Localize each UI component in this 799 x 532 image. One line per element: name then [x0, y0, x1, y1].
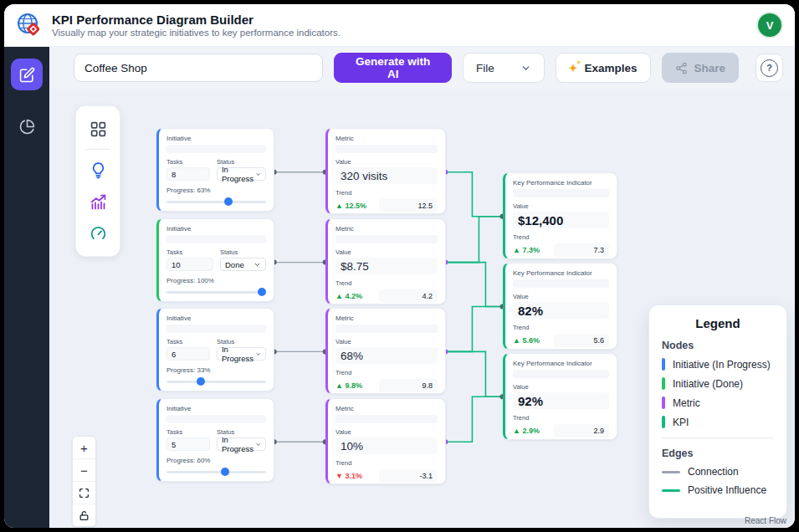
react-flow-attribution[interactable]: React Flow	[745, 516, 786, 525]
trend-value-input[interactable]: 5.6	[554, 334, 609, 347]
progress-slider[interactable]	[166, 288, 266, 296]
lock-icon	[79, 510, 90, 521]
fit-view-icon	[79, 488, 90, 499]
node-name-field[interactable]	[166, 415, 266, 423]
value-input[interactable]: 82%	[513, 302, 609, 319]
metric-node-3[interactable]: Metric Value 68% Trend ▲ 9.8% 9.8	[325, 308, 446, 394]
value-input[interactable]: 10%	[335, 437, 438, 454]
zoom-in-button[interactable]: +	[73, 437, 95, 459]
zoom-out-button[interactable]: −	[73, 459, 95, 482]
node-name-field[interactable]	[335, 325, 438, 333]
layout-grid-button[interactable]	[81, 113, 115, 145]
initiative-node-4[interactable]: Initiative Tasks 5 Status In Progress	[156, 398, 274, 482]
progress-slider[interactable]	[166, 197, 266, 206]
trend-percent: ▼ 3.1%	[335, 472, 362, 480]
status-select[interactable]: In Progress	[217, 347, 266, 361]
trend-value-input[interactable]: 12.5	[379, 199, 438, 212]
sidebar-item-charts[interactable]	[11, 110, 43, 142]
legend-item-label: Initiative (Done)	[673, 378, 743, 390]
help-button[interactable]: ?	[755, 54, 783, 82]
node-name-field[interactable]	[335, 235, 438, 243]
node-name-field[interactable]	[335, 145, 438, 153]
generate-with-ai-label: Generate with AI	[350, 55, 435, 80]
share-button[interactable]: Share	[662, 53, 740, 83]
value-input[interactable]: $12,400	[513, 212, 609, 228]
lightbulb-icon	[90, 161, 107, 179]
tasks-input[interactable]: 6	[166, 347, 210, 361]
add-kpi-button[interactable]	[81, 217, 115, 249]
generate-with-ai-button[interactable]: Generate with AI	[334, 53, 451, 83]
legend-item: Metric	[662, 396, 774, 409]
page-title: KPI Performance Diagram Builder	[52, 13, 341, 27]
trend-value-input[interactable]: 7.3	[554, 243, 609, 257]
tasks-input[interactable]: 5	[166, 437, 210, 451]
slider-track	[166, 201, 266, 203]
sidebar-item-editor[interactable]	[11, 59, 43, 90]
initiative-node-2[interactable]: Initiative Tasks 10 Status Done	[156, 218, 274, 302]
edit-icon	[19, 67, 35, 83]
page-subtitle: Visually map your strategic initiatives …	[52, 27, 341, 38]
progress-slider[interactable]	[166, 468, 266, 476]
kpi-node-3[interactable]: Key Performance Indicator Value 92% Tren…	[503, 353, 617, 440]
examples-button[interactable]: ✦ Examples	[556, 53, 651, 83]
trend-value-input[interactable]: -3.1	[379, 469, 438, 483]
user-avatar[interactable]: V	[758, 13, 781, 37]
add-metric-button[interactable]	[81, 186, 115, 217]
node-name-field[interactable]	[513, 189, 609, 197]
grid-icon	[90, 120, 107, 138]
trend-label: Trend	[513, 233, 609, 241]
trend-label: Trend	[335, 279, 438, 287]
add-initiative-button[interactable]	[81, 154, 115, 186]
slider-thumb[interactable]	[221, 468, 229, 476]
value-input[interactable]: $8.75	[335, 258, 438, 274]
node-type-label: Metric	[335, 405, 438, 412]
tasks-input[interactable]: 10	[166, 258, 213, 271]
slider-thumb[interactable]	[197, 377, 205, 386]
value-input[interactable]: 320 visits	[335, 167, 438, 184]
lock-button[interactable]	[73, 504, 95, 526]
status-label: Status	[220, 248, 266, 256]
value-input[interactable]: 92%	[513, 392, 609, 409]
node-type-label: Key Performance Indicator	[513, 179, 609, 187]
tasks-input[interactable]: 8	[166, 167, 210, 181]
trend-percent: ▲ 7.3%	[513, 246, 540, 254]
metric-node-4[interactable]: Metric Value 10% Trend ▼ 3.1% -3.1	[325, 398, 446, 484]
node-name-field[interactable]	[335, 415, 438, 423]
project-name-input[interactable]	[74, 54, 323, 82]
metric-node-1[interactable]: Metric Value 320 visits Trend ▲ 12.5% 12…	[325, 128, 446, 214]
progress-slider[interactable]	[166, 377, 266, 386]
kpi-node-2[interactable]: Key Performance Indicator Value 82% Tren…	[503, 263, 617, 350]
trend-value-input[interactable]: 4.2	[379, 289, 438, 303]
initiative-node-1[interactable]: Initiative Tasks 8 Status In Progress	[156, 128, 274, 212]
node-palette	[75, 105, 120, 257]
chevron-down-icon	[255, 171, 261, 178]
node-name-field[interactable]	[166, 235, 266, 243]
initiative-node-3[interactable]: Initiative Tasks 6 Status In Progress	[156, 308, 274, 391]
slider-thumb[interactable]	[224, 197, 233, 206]
node-type-label: Key Performance Indicator	[513, 360, 609, 367]
status-select[interactable]: In Progress	[217, 437, 266, 451]
fit-view-button[interactable]	[73, 482, 95, 504]
status-select[interactable]: In Progress	[217, 167, 266, 181]
metric-node-2[interactable]: Metric Value $8.75 Trend ▲ 4.2% 4.2	[325, 218, 446, 304]
value-label: Value	[335, 248, 438, 256]
progress-label: Progress: 33%	[166, 366, 266, 374]
value-input[interactable]: 68%	[335, 347, 438, 364]
trend-label: Trend	[335, 459, 438, 467]
slider-thumb[interactable]	[258, 288, 266, 296]
node-name-field[interactable]	[513, 279, 609, 288]
node-type-label: Initiative	[166, 315, 266, 322]
kpi-node-1[interactable]: Key Performance Indicator Value $12,400 …	[503, 172, 617, 259]
app-container: KPI Performance Diagram Builder Visually…	[4, 4, 795, 528]
trend-percent: ▲ 5.6%	[513, 336, 540, 345]
legend-item-label: Connection	[688, 466, 739, 478]
trend-value-input[interactable]: 9.8	[379, 379, 438, 392]
node-name-field[interactable]	[166, 145, 266, 153]
trend-value-input[interactable]: 2.9	[554, 424, 609, 437]
status-select[interactable]: Done	[220, 258, 266, 271]
diagram-canvas[interactable]: Initiative Tasks 8 Status In Progress	[49, 89, 795, 528]
file-menu-button[interactable]: File	[463, 53, 545, 83]
node-name-field[interactable]	[166, 325, 266, 333]
gauge-icon	[90, 225, 107, 243]
node-name-field[interactable]	[513, 370, 609, 378]
